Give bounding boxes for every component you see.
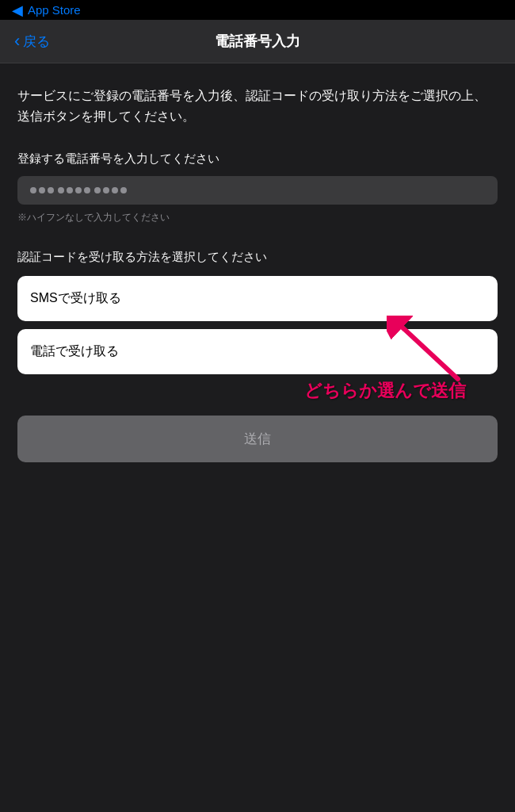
submit-section: 送信 <box>0 396 515 494</box>
chevron-left-icon: ◀ <box>12 2 23 19</box>
app-store-label: App Store <box>28 3 81 17</box>
red-arrow-icon <box>387 316 466 387</box>
phone-input-dots <box>30 187 485 193</box>
phone-hint-text: ※ハイフンなしで入力してください <box>17 211 498 224</box>
phone-section: 登録する電話番号を入力してください <box>17 151 498 224</box>
svg-line-1 <box>402 327 458 379</box>
phone-option-label: 電話で受け取る <box>30 344 119 358</box>
app-store-indicator: ◀ App Store <box>12 2 81 19</box>
dot <box>67 187 73 193</box>
navigation-bar: ‹ 戻る 電話番号入力 <box>0 20 515 63</box>
dot <box>39 187 45 193</box>
sms-option-label: SMSで受け取る <box>30 291 121 304</box>
main-content: サービスにご登録の電話番号を入力後、認証コードの受け取り方法をご選択の上、送信ボ… <box>0 63 515 374</box>
dot <box>112 187 118 193</box>
dot <box>58 187 64 193</box>
dot <box>103 187 109 193</box>
dot <box>84 187 90 193</box>
dot <box>75 187 82 193</box>
description-text: サービスにご登録の電話番号を入力後、認証コードの受け取り方法をご選択の上、送信ボ… <box>17 86 498 126</box>
phone-input[interactable] <box>17 176 498 205</box>
annotation-text: どちらか選んで送信 <box>304 379 466 403</box>
status-bar: ◀ App Store <box>0 0 515 20</box>
page-title: 電話番号入力 <box>215 32 300 51</box>
back-button-label: 戻る <box>23 33 50 51</box>
method-section-label: 認証コードを受け取る方法を選択してください <box>17 250 498 265</box>
dot <box>94 187 101 193</box>
back-button[interactable]: ‹ 戻る <box>14 33 50 51</box>
dot-group-2 <box>58 187 90 193</box>
dot-group-3 <box>94 187 127 193</box>
back-chevron-icon: ‹ <box>14 33 20 50</box>
arrow-annotation: どちらか選んで送信 <box>304 316 466 403</box>
submit-button-label: 送信 <box>244 431 271 446</box>
dot <box>48 187 54 193</box>
dot-group-1 <box>30 187 54 193</box>
sms-option-button[interactable]: SMSで受け取る <box>17 276 498 321</box>
method-options-container: SMSで受け取る 電話で受け取る どちらか選んで送信 <box>17 276 498 374</box>
dot <box>120 187 127 193</box>
dot <box>30 187 36 193</box>
phone-section-label: 登録する電話番号を入力してください <box>17 151 498 167</box>
submit-button[interactable]: 送信 <box>17 416 498 462</box>
